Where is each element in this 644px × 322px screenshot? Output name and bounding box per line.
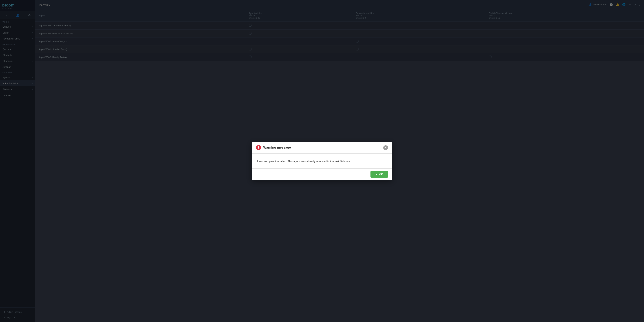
modal-header: ! Warning message ✕: [252, 142, 392, 154]
ok-label: OK: [379, 173, 383, 176]
modal-footer: ✓ OK: [252, 168, 392, 180]
modal-close-button[interactable]: ✕: [383, 145, 388, 150]
modal-overlay: ! Warning message ✕ Remove operation fai…: [35, 0, 644, 322]
modal-title: Warning message: [263, 146, 291, 149]
warning-icon: !: [256, 145, 261, 150]
main-content: PBXware 👤 Administrator 🕐 🔔 🌐 ↻ ⟳ ? Agen…: [35, 0, 644, 322]
modal-body: Remove operation failed. This agent was …: [252, 154, 392, 169]
modal-header-left: ! Warning message: [256, 145, 291, 150]
checkmark-icon: ✓: [376, 173, 378, 176]
warning-modal: ! Warning message ✕ Remove operation fai…: [252, 142, 392, 180]
modal-ok-button[interactable]: ✓ OK: [370, 171, 388, 178]
